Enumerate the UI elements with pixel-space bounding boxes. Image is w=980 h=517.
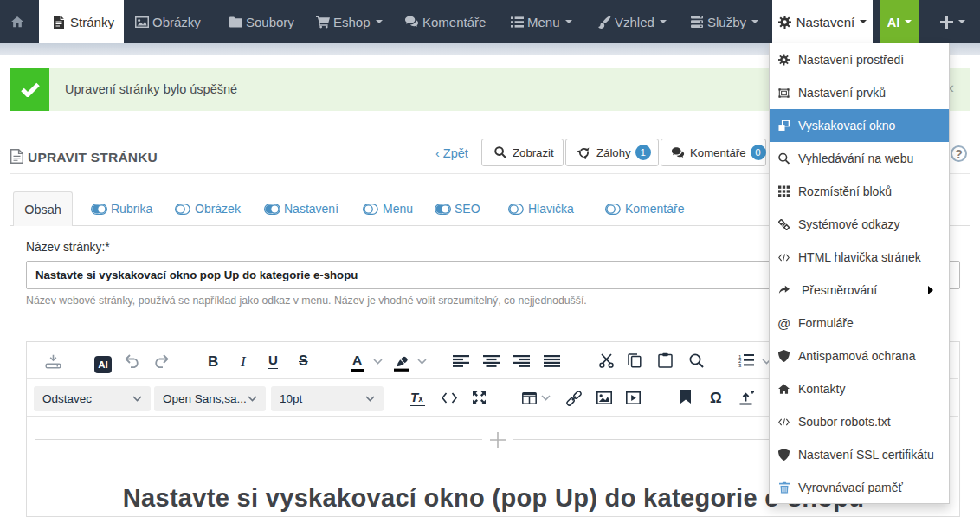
svg-text:3: 3	[738, 363, 742, 367]
